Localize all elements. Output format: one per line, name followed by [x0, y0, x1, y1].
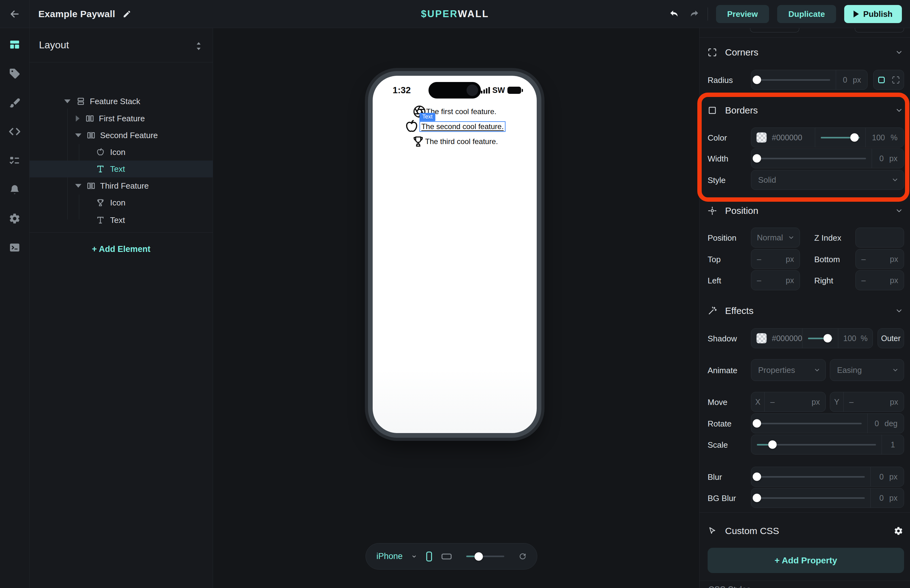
chevron-down-icon[interactable]	[411, 553, 417, 560]
chevron-down-icon[interactable]	[895, 207, 903, 215]
trophy-icon	[96, 198, 105, 207]
zoom-slider[interactable]	[461, 543, 510, 569]
shadow-mode-button[interactable]: Outer	[878, 328, 904, 348]
move-x-input[interactable]: X –px	[751, 392, 826, 412]
move-y-input[interactable]: Y –px	[830, 392, 904, 412]
chevron-down-icon[interactable]	[895, 307, 903, 315]
refresh-icon[interactable]	[519, 551, 527, 562]
rail-item-tags[interactable]	[9, 68, 21, 79]
caret-right-icon[interactable]	[76, 115, 79, 121]
left-input[interactable]: –px	[751, 270, 800, 290]
css-settings-gear-icon[interactable]	[894, 526, 903, 536]
portrait-mode-icon[interactable]	[426, 550, 433, 563]
border-width-value[interactable]: 0	[879, 154, 884, 163]
bottom-input[interactable]: –px	[855, 249, 904, 269]
tree-row-icon-apple[interactable]: Icon	[30, 144, 213, 161]
border-width-slider[interactable]	[751, 149, 872, 168]
type-icon	[96, 215, 105, 225]
bg-blur-value[interactable]: 0	[879, 494, 884, 502]
rail-item-layout[interactable]	[9, 39, 21, 50]
shadow-control: #000000 100 %	[751, 328, 873, 348]
undo-button[interactable]	[669, 8, 680, 19]
rail-item-checklist[interactable]	[9, 155, 21, 166]
position-section-header[interactable]: Position	[708, 204, 903, 218]
color-swatch[interactable]	[756, 132, 767, 143]
tree-row-feature-stack[interactable]: Feature Stack	[30, 93, 213, 110]
scale-slider[interactable]	[751, 435, 882, 454]
caret-down-icon[interactable]	[64, 99, 71, 103]
feature-row-3[interactable]: The third cool feature.	[411, 134, 498, 149]
caret-down-icon[interactable]	[75, 133, 81, 137]
cursor-icon	[708, 526, 717, 536]
tree-row-text[interactable]: Text	[30, 212, 213, 229]
chevron-down-icon	[788, 234, 795, 241]
z-index-input[interactable]	[855, 228, 904, 247]
tree-row-third-feature[interactable]: Third Feature	[30, 178, 213, 194]
borders-section-header[interactable]: Borders	[708, 103, 903, 117]
right-input[interactable]: –px	[855, 270, 904, 290]
rotate-control: 0 deg	[751, 414, 904, 433]
rail-item-console[interactable]	[9, 242, 21, 254]
animate-easing-dropdown[interactable]: Easing	[830, 359, 904, 381]
top-bar-left: Example Paywall	[0, 0, 131, 28]
tree-row-icon-trophy[interactable]: Icon	[30, 194, 213, 211]
blur-slider[interactable]	[751, 467, 870, 486]
tree-row-label: Feature Stack	[90, 97, 140, 106]
border-color-hex[interactable]: #000000	[772, 133, 802, 142]
move-label: Move	[708, 397, 727, 407]
landscape-mode-icon[interactable]	[441, 551, 452, 562]
iphone-screen[interactable]: 1:32 SW The first cool feature.	[373, 76, 537, 433]
redo-button[interactable]	[688, 8, 700, 19]
rename-button[interactable]	[123, 10, 131, 18]
border-opacity-slider[interactable]	[815, 128, 865, 147]
corners-icon	[708, 48, 717, 57]
shadow-opacity-unit: %	[861, 334, 868, 343]
border-width-label: Width	[708, 154, 728, 164]
add-property-button[interactable]: + Add Property	[708, 548, 904, 573]
canvas[interactable]: 1:32 SW The first cool feature.	[213, 28, 699, 588]
chevron-down-icon[interactable]	[895, 106, 903, 115]
superwall-editor: Example Paywall $UPERWALL Preview Duplic…	[0, 0, 910, 588]
tree-row-second-feature[interactable]: Second Feature	[30, 127, 213, 144]
add-element-button[interactable]: + Add Element	[30, 239, 213, 259]
shadow-hex[interactable]: #000000	[772, 334, 802, 343]
position-dropdown[interactable]: Normal	[751, 228, 800, 247]
shadow-color-swatch[interactable]	[756, 333, 767, 344]
top-input[interactable]: –px	[751, 249, 800, 269]
rail-item-settings[interactable]	[9, 213, 21, 225]
selected-element-outline[interactable]: Text The second cool feature.	[419, 121, 506, 132]
border-style-dropdown[interactable]: Solid	[751, 170, 904, 190]
shadow-opacity-value[interactable]: 100	[843, 334, 857, 343]
rail-item-design[interactable]	[9, 97, 21, 108]
back-button[interactable]	[0, 0, 30, 28]
publish-button[interactable]: Publish	[844, 5, 902, 23]
sort-icon[interactable]	[193, 40, 204, 52]
feature-row-2-selected[interactable]: Text The second cool feature.	[404, 119, 506, 134]
radius-individual-corners-button[interactable]	[891, 76, 900, 84]
radius-value[interactable]: 0	[843, 76, 847, 84]
rotate-label: Rotate	[708, 419, 732, 429]
bg-blur-slider[interactable]	[751, 488, 870, 507]
radius-all-corners-button[interactable]	[877, 76, 886, 84]
rail-item-code[interactable]	[9, 126, 21, 137]
caret-down-icon[interactable]	[75, 184, 81, 188]
rail-item-notifications[interactable]	[9, 184, 21, 195]
corners-section-header[interactable]: Corners	[708, 45, 903, 59]
radius-slider[interactable]	[751, 70, 836, 89]
animate-properties-dropdown[interactable]: Properties	[751, 359, 826, 381]
terminal-icon	[9, 242, 21, 254]
tree-row-first-feature[interactable]: First Feature	[30, 110, 213, 127]
duplicate-button[interactable]: Duplicate	[777, 5, 836, 23]
preview-button[interactable]: Preview	[716, 5, 769, 23]
blur-value[interactable]: 0	[879, 472, 884, 481]
chevron-down-icon[interactable]	[895, 48, 903, 57]
shadow-opacity-slider[interactable]	[802, 329, 838, 348]
tree-row-text-selected[interactable]: Text	[30, 161, 213, 178]
effects-section-header[interactable]: Effects	[708, 304, 903, 318]
scale-value[interactable]: 1	[891, 440, 895, 449]
device-selector[interactable]: iPhone	[377, 551, 402, 561]
rotate-value[interactable]: 0	[874, 419, 879, 428]
custom-css-section-header[interactable]: Custom CSS	[708, 524, 903, 538]
rotate-slider[interactable]	[751, 414, 867, 433]
border-opacity-value[interactable]: 100	[872, 133, 885, 142]
